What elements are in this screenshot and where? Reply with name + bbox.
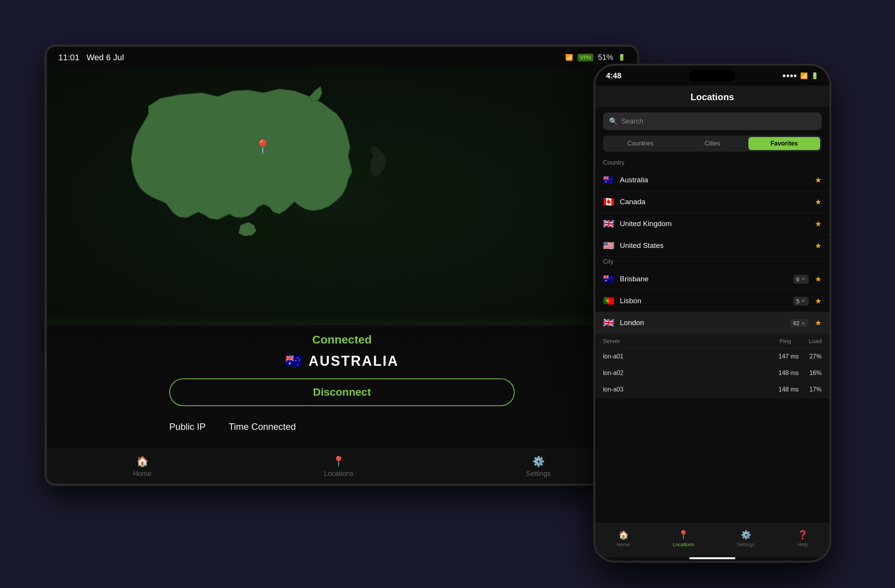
server-row-lona03[interactable]: lon-a03 148 ms 17% — [595, 382, 829, 398]
canada-flag: 🇨🇦 — [603, 197, 614, 207]
locations-icon: 📍 — [332, 456, 345, 467]
london-star[interactable]: ★ — [815, 318, 822, 327]
country-flag-large: 🇦🇺 — [285, 353, 302, 369]
locations-list: Country 🇦🇺 Australia ★ 🇨🇦 Canada ★ 🇬🇧 U — [595, 158, 829, 523]
phone-nav-locations-label: Locations — [673, 542, 694, 547]
phone-nav-home[interactable]: 🏠 Home — [617, 530, 630, 547]
tablet-device: 11:01 Wed 6 Jul 📶 VPN 51% 🔋 — [45, 45, 639, 486]
phone-notch — [689, 70, 735, 82]
brisbane-star[interactable]: ★ — [815, 274, 822, 284]
load-col-header: Load — [791, 338, 822, 344]
list-item-uk[interactable]: 🇬🇧 United Kingdom ★ — [595, 213, 829, 235]
list-item-london[interactable]: 🇬🇧 London 62 ▲ ★ — [595, 312, 829, 334]
lisbon-star[interactable]: ★ — [815, 296, 822, 306]
tablet-nav-settings[interactable]: ⚙️ Settings — [526, 456, 551, 478]
uk-name: United Kingdom — [620, 220, 812, 228]
brisbane-count-badge: 6 ▼ — [793, 275, 809, 284]
phone-signal-icon: ●●●● — [782, 72, 797, 79]
list-item-brisbane[interactable]: 🇦🇺 Brisbane 6 ▼ ★ — [595, 268, 829, 290]
tab-favorites[interactable]: Favorites — [748, 137, 820, 150]
server-header-row: Server Ping Load — [595, 334, 829, 349]
list-item-lisbon[interactable]: 🇵🇹 Lisbon 5 ▼ ★ — [595, 290, 829, 312]
connected-status: Connected — [312, 333, 372, 346]
canada-name: Canada — [620, 198, 812, 206]
tablet-navbar: 🏠 Home 📍 Locations ⚙️ Settings — [47, 449, 637, 484]
us-star[interactable]: ★ — [815, 241, 822, 250]
phone-home-indicator — [689, 557, 735, 559]
us-flag: 🇺🇸 — [603, 240, 614, 251]
tablet-vpn-badge: VPN — [578, 54, 593, 61]
australia-flag: 🇦🇺 — [603, 175, 614, 185]
lisbon-count-badge: 5 ▼ — [793, 297, 809, 306]
server-col-header: Server — [603, 338, 760, 344]
uk-flag: 🇬🇧 — [603, 218, 614, 229]
server-load-lona01: 27% — [799, 353, 822, 360]
server-row-lona02[interactable]: lon-a02 148 ms 16% — [595, 365, 829, 382]
phone-nav-locations[interactable]: 📍 Locations — [673, 530, 694, 547]
connection-info: Public IP Time Connected — [169, 421, 515, 432]
tablet-nav-settings-label: Settings — [526, 470, 551, 478]
lisbon-chevron: ▼ — [801, 298, 806, 304]
server-load-lona02: 16% — [799, 370, 822, 377]
phone-home-icon: 🏠 — [618, 530, 629, 540]
tab-bar: Countries Cities Favorites — [603, 135, 822, 152]
brisbane-name: Brisbane — [620, 275, 793, 283]
phone-device: 4:48 ●●●● 📶 🔋 Locations 🔍 Search Countri… — [593, 64, 831, 563]
tablet-wifi-icon: 📶 — [565, 54, 573, 61]
phone-header: Locations — [595, 86, 829, 107]
list-item-australia[interactable]: 🇦🇺 Australia ★ — [595, 169, 829, 191]
tablet-battery-text: 51% — [598, 53, 613, 62]
phone-status-icons: ●●●● 📶 🔋 — [782, 72, 819, 79]
tablet-nav-home-label: Home — [133, 470, 152, 478]
scene: 11:01 Wed 6 Jul 📶 VPN 51% 🔋 — [25, 25, 870, 563]
search-icon: 🔍 — [609, 117, 618, 126]
tab-cities[interactable]: Cities — [676, 137, 748, 150]
uk-star[interactable]: ★ — [815, 219, 822, 228]
tablet-statusbar: 11:01 Wed 6 Jul 📶 VPN 51% 🔋 — [47, 47, 637, 68]
tablet-nav-locations[interactable]: 📍 Locations — [324, 456, 353, 478]
time-connected-item: Time Connected — [229, 421, 296, 432]
london-name: London — [620, 319, 790, 327]
phone-nav-settings-label: Settings — [737, 542, 755, 547]
time-connected-label: Time Connected — [229, 421, 296, 432]
country-section-label: Country — [595, 158, 829, 169]
search-bar[interactable]: 🔍 Search — [603, 112, 822, 130]
canada-star[interactable]: ★ — [815, 197, 822, 206]
public-ip-item: Public IP — [169, 421, 206, 432]
phone-nav-settings[interactable]: ⚙️ Settings — [737, 530, 755, 547]
server-name-lona02: lon-a02 — [603, 370, 764, 377]
ping-col-header: Ping — [760, 338, 791, 344]
tab-countries[interactable]: Countries — [604, 137, 676, 150]
nz-hint — [362, 145, 392, 183]
list-item-canada[interactable]: 🇨🇦 Canada ★ — [595, 191, 829, 213]
brisbane-flag: 🇦🇺 — [603, 274, 614, 284]
tablet-nav-home[interactable]: 🏠 Home — [133, 456, 152, 478]
phone-wifi-icon: 📶 — [800, 72, 808, 79]
phone-battery-icon: 🔋 — [811, 72, 819, 79]
search-placeholder: Search — [621, 117, 643, 126]
home-icon: 🏠 — [136, 456, 149, 467]
server-ping-lona01: 147 ms — [764, 353, 799, 360]
tablet-map-area: 📍 — [47, 68, 637, 338]
london-chevron: ▲ — [801, 320, 806, 325]
australia-map — [93, 76, 381, 237]
map-pin: 📍 — [254, 139, 271, 155]
australia-star[interactable]: ★ — [815, 175, 822, 185]
list-item-us[interactable]: 🇺🇸 United States ★ — [595, 235, 829, 257]
server-row-lona01[interactable]: lon-a01 147 ms 27% — [595, 349, 829, 365]
phone-nav-help[interactable]: ❓ Help — [798, 530, 808, 547]
brisbane-chevron: ▼ — [801, 276, 806, 282]
city-section-label: City — [595, 257, 829, 268]
phone-locations-icon: 📍 — [678, 530, 689, 540]
london-servers-section: Server Ping Load lon-a01 147 ms 27% lon-… — [595, 334, 829, 398]
london-flag: 🇬🇧 — [603, 317, 614, 328]
london-count-badge: 62 ▲ — [790, 319, 809, 327]
disconnect-button[interactable]: Disconnect — [169, 378, 515, 406]
phone-help-icon: ❓ — [798, 530, 808, 540]
settings-icon: ⚙️ — [532, 456, 545, 467]
server-ping-lona02: 148 ms — [764, 370, 799, 377]
tablet-time: 11:01 Wed 6 Jul — [58, 53, 124, 63]
us-name: United States — [620, 241, 812, 250]
phone-screen: Locations 🔍 Search Countries Cities Favo… — [595, 86, 829, 561]
phone-title: Locations — [690, 92, 734, 102]
